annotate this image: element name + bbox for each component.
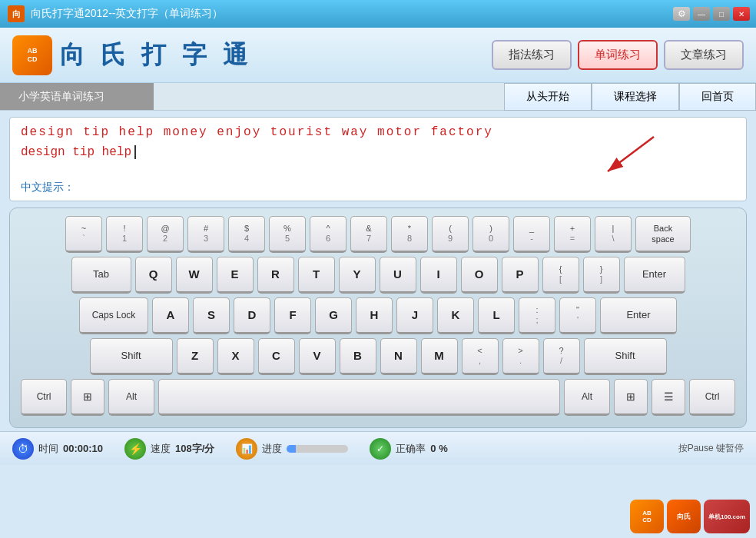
key-b[interactable]: B xyxy=(340,338,376,375)
abcd-logo: ABCD xyxy=(630,500,664,533)
key-backslash[interactable]: |\ xyxy=(595,216,632,253)
accuracy-value: 0 % xyxy=(430,443,447,454)
tab-restart[interactable]: 从头开始 xyxy=(504,83,592,111)
keyboard: ~` !1 @2 #3 $4 %5 ^6 &7 *8 (9 )0 _- += |… xyxy=(9,208,747,428)
accuracy-display: ✓ 正确率 0 % xyxy=(370,438,447,460)
word-practice-btn[interactable]: 单词练习 xyxy=(578,40,658,70)
chinese-hint: 中文提示： xyxy=(21,181,75,194)
key-alt-left[interactable]: Alt xyxy=(108,379,154,416)
settings-btn[interactable]: ⚙ xyxy=(673,7,690,21)
key-m[interactable]: M xyxy=(421,338,458,375)
logo-area: ABCD 向 氏 打 字 通 xyxy=(12,35,492,75)
key-capslock[interactable]: Caps Lock xyxy=(79,297,148,334)
key-row-zxcv: Shift Z X C V B N M <, >. ?/ Shift xyxy=(21,338,735,375)
key-minus[interactable]: _- xyxy=(513,216,550,253)
key-w[interactable]: W xyxy=(176,257,213,294)
bottom-logos: ABCD 向氏 单机100.com xyxy=(630,500,750,533)
key-tab[interactable]: Tab xyxy=(71,257,131,294)
key-enter2[interactable]: Enter xyxy=(600,297,677,334)
key-r[interactable]: R xyxy=(257,257,294,294)
tab-home[interactable]: 回首页 xyxy=(679,83,756,111)
title-icon: 向 xyxy=(8,5,25,22)
key-c[interactable]: C xyxy=(258,338,295,375)
key-space[interactable] xyxy=(158,379,560,416)
typed-text: design tip help xyxy=(21,145,131,159)
key-rbracket[interactable]: }] xyxy=(583,257,620,294)
key-t[interactable]: T xyxy=(298,257,335,294)
key-win-right[interactable]: ⊞ xyxy=(614,379,648,416)
key-x[interactable]: X xyxy=(217,338,254,375)
key-p[interactable]: P xyxy=(502,257,539,294)
titlebar: 向 向氏打字通2012--英文打字（单词练习） ⚙ — □ ✕ xyxy=(0,0,756,28)
window-title: 向氏打字通2012--英文打字（单词练习） xyxy=(31,7,223,21)
key-lbracket[interactable]: {[ xyxy=(542,257,579,294)
key-v[interactable]: V xyxy=(299,338,336,375)
subnav: 小学英语单词练习 从头开始 课程选择 回首页 xyxy=(0,83,756,111)
danji-logo: 单机100.com xyxy=(704,500,750,533)
key-comma[interactable]: <, xyxy=(462,338,499,375)
speed-icon: ⚡ xyxy=(124,438,146,460)
key-u[interactable]: U xyxy=(380,257,416,294)
key-s[interactable]: S xyxy=(193,297,230,334)
key-5[interactable]: %5 xyxy=(269,216,306,253)
key-row-qwerty: Tab Q W E R T Y U I O P {[ }] Enter xyxy=(21,257,735,294)
key-1[interactable]: !1 xyxy=(106,216,143,253)
key-n[interactable]: N xyxy=(380,338,417,375)
window-controls: ⚙ — □ ✕ xyxy=(673,7,750,21)
typing-area: design tip help money enjoy tourist way … xyxy=(9,117,747,201)
key-alt-right[interactable]: Alt xyxy=(564,379,610,416)
close-btn[interactable]: ✕ xyxy=(733,7,750,21)
key-2[interactable]: @2 xyxy=(147,216,184,253)
key-row-bottom: Ctrl ⊞ Alt Alt ⊞ ☰ Ctrl xyxy=(21,379,735,416)
key-a[interactable]: A xyxy=(152,297,189,334)
minimize-btn[interactable]: — xyxy=(693,7,710,21)
xq-logo: 向氏 xyxy=(667,500,701,533)
key-0[interactable]: )0 xyxy=(472,216,509,253)
key-3[interactable]: #3 xyxy=(187,216,224,253)
app-logo: ABCD xyxy=(12,35,52,75)
key-shift-right[interactable]: Shift xyxy=(584,338,667,375)
svg-line-1 xyxy=(608,137,654,171)
key-y[interactable]: Y xyxy=(339,257,376,294)
key-tilde[interactable]: ~` xyxy=(65,216,102,253)
key-e[interactable]: E xyxy=(217,257,254,294)
progress-display: 📊 进度 xyxy=(236,438,348,460)
key-shift-left[interactable]: Shift xyxy=(90,338,173,375)
fingering-practice-btn[interactable]: 指法练习 xyxy=(492,40,572,70)
key-slash[interactable]: ?/ xyxy=(543,338,580,375)
key-i[interactable]: I xyxy=(420,257,457,294)
article-practice-btn[interactable]: 文章练习 xyxy=(664,40,744,70)
key-4[interactable]: $4 xyxy=(228,216,265,253)
key-8[interactable]: *8 xyxy=(391,216,428,253)
key-h[interactable]: H xyxy=(356,297,393,334)
maximize-btn[interactable]: □ xyxy=(713,7,730,21)
key-backspace[interactable]: Backspace xyxy=(635,216,691,253)
pause-hint: 按Pause 键暂停 xyxy=(678,442,744,455)
key-enter[interactable]: Enter xyxy=(624,257,685,294)
nav-buttons: 指法练习 单词练习 文章练习 xyxy=(492,40,744,70)
statusbar: ⏱ 时间 00:00:10 ⚡ 速度 108字/分 📊 进度 ✓ 正确率 0 %… xyxy=(0,431,756,465)
key-period[interactable]: >. xyxy=(502,338,539,375)
key-k[interactable]: K xyxy=(437,297,474,334)
key-o[interactable]: O xyxy=(461,257,498,294)
key-j[interactable]: J xyxy=(396,297,433,334)
key-6[interactable]: ^6 xyxy=(310,216,346,253)
time-icon: ⏱ xyxy=(12,438,34,460)
key-l[interactable]: L xyxy=(478,297,515,334)
key-ctrl-right[interactable]: Ctrl xyxy=(689,379,735,416)
key-row-asdf: Caps Lock A S D F G H J K L :; "' Enter xyxy=(21,297,735,334)
key-d[interactable]: D xyxy=(234,297,270,334)
key-g[interactable]: G xyxy=(315,297,352,334)
key-z[interactable]: Z xyxy=(177,338,214,375)
key-semicolon[interactable]: :; xyxy=(519,297,555,334)
key-menu[interactable]: ☰ xyxy=(652,379,685,416)
key-win-left[interactable]: ⊞ xyxy=(71,379,104,416)
key-quote[interactable]: "' xyxy=(559,297,596,334)
key-q[interactable]: Q xyxy=(135,257,172,294)
key-7[interactable]: &7 xyxy=(350,216,387,253)
key-9[interactable]: (9 xyxy=(432,216,469,253)
key-equals[interactable]: += xyxy=(554,216,591,253)
key-ctrl-left[interactable]: Ctrl xyxy=(21,379,67,416)
key-f[interactable]: F xyxy=(274,297,311,334)
tab-course-select[interactable]: 课程选择 xyxy=(592,83,679,111)
